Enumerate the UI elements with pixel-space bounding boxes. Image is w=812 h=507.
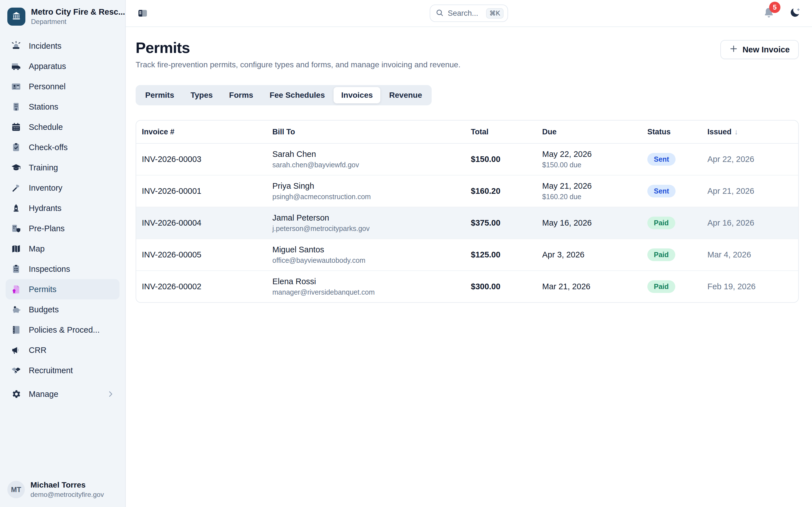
bill-to-name: Miguel Santos — [272, 245, 462, 255]
axe-icon — [11, 182, 21, 193]
bill-to-email: j.peterson@metrocityparks.gov — [272, 224, 462, 233]
permit-document-icon — [11, 284, 21, 295]
column-header-total[interactable]: Total — [465, 128, 537, 136]
search-input[interactable]: Search... ⌘K — [430, 4, 508, 22]
bill-to-name: Jamal Peterson — [272, 213, 462, 223]
search-shortcut-badge: ⌘K — [486, 8, 504, 18]
main-area: Search... ⌘K 5 Permits Track fire-preven… — [126, 0, 812, 507]
invoice-number: INV-2026-00002 — [136, 282, 267, 291]
page-header: Permits Track fire-prevention permits, c… — [136, 34, 799, 69]
table-row[interactable]: INV-2026-00001 Priya Singh psingh@acmeco… — [136, 175, 798, 207]
building-icon — [11, 101, 21, 112]
sidebar-item-label: Training — [29, 163, 58, 172]
sidebar-item-label: Policies & Proced... — [29, 325, 100, 335]
notifications-button[interactable]: 5 — [762, 6, 775, 20]
sidebar-item-budgets[interactable]: Budgets — [6, 299, 119, 320]
sidebar-item-training[interactable]: Training — [6, 158, 119, 178]
table-header: Invoice # Bill To Total Due Status Issue… — [136, 121, 798, 144]
column-header-bill-to[interactable]: Bill To — [267, 128, 465, 136]
id-card-icon — [11, 81, 21, 92]
new-invoice-button[interactable]: New Invoice — [720, 40, 799, 59]
issued-date: Apr 16, 2026 — [702, 218, 798, 228]
search-placeholder: Search... — [448, 9, 482, 18]
status-cell: Paid — [642, 217, 702, 229]
issued-date: Apr 21, 2026 — [702, 186, 798, 196]
due-date: May 22, 2026 — [542, 150, 639, 159]
avatar: MT — [7, 481, 25, 498]
column-header-status[interactable]: Status — [642, 128, 702, 136]
sidebar-item-check-offs[interactable]: Check-offs — [6, 137, 119, 158]
tab-invoices[interactable]: Invoices — [334, 87, 380, 103]
tab-permits[interactable]: Permits — [138, 87, 182, 103]
total-amount: $375.00 — [465, 218, 537, 228]
new-invoice-label: New Invoice — [742, 45, 790, 54]
sidebar-item-inspections[interactable]: Inspections — [6, 259, 119, 279]
invoice-number: INV-2026-00005 — [136, 250, 267, 260]
calendar-icon — [11, 122, 21, 132]
table-row[interactable]: INV-2026-00002 Elena Rossi manager@river… — [136, 271, 798, 302]
search-icon — [435, 8, 444, 18]
sidebar-item-crr[interactable]: CRR — [6, 340, 119, 360]
sidebar-item-permits[interactable]: Permits — [6, 279, 119, 299]
invoice-number: INV-2026-00004 — [136, 218, 267, 228]
brand[interactable]: Metro City Fire & Resc... Department — [6, 6, 119, 33]
due-amount: $150.00 due — [542, 161, 639, 169]
bill-to-cell: Priya Singh psingh@acmeconstruction.com — [267, 181, 465, 201]
sidebar-item-recruitment[interactable]: Recruitment — [6, 360, 119, 381]
department-logo — [7, 8, 26, 25]
bill-to-name: Elena Rossi — [272, 277, 462, 286]
sidebar-item-schedule[interactable]: Schedule — [6, 117, 119, 137]
due-date: May 16, 2026 — [542, 218, 639, 228]
table-row[interactable]: INV-2026-00005 Miguel Santos office@bayv… — [136, 239, 798, 271]
map-icon — [11, 243, 21, 254]
bill-to-cell: Elena Rossi manager@riversidebanquet.com — [267, 277, 465, 296]
chevron-right-icon — [107, 390, 114, 398]
tab-forms[interactable]: Forms — [221, 87, 261, 103]
user-email: demo@metrocityfire.gov — [31, 491, 104, 499]
sidebar-item-manage[interactable]: Manage — [6, 384, 119, 404]
plus-icon — [729, 45, 738, 55]
due-cell: May 21, 2026 $160.20 due — [537, 181, 642, 201]
status-badge: Paid — [647, 217, 675, 229]
user-profile[interactable]: MT Michael Torres demo@metrocityfire.gov — [0, 472, 125, 507]
sidebar-nav: Incidents Apparatus Personnel Stations S… — [6, 36, 119, 404]
sidebar-item-label: Inspections — [29, 265, 70, 274]
sidebar-item-inventory[interactable]: Inventory — [6, 178, 119, 198]
status-badge: Sent — [647, 153, 675, 166]
hydrant-icon — [11, 203, 21, 214]
sidebar-toggle-button[interactable] — [137, 8, 148, 19]
sidebar-item-label: Incidents — [29, 41, 61, 51]
sidebar-item-label: Inventory — [29, 183, 62, 193]
content: Permits Track fire-prevention permits, c… — [126, 27, 812, 303]
sidebar-item-stations[interactable]: Stations — [6, 97, 119, 117]
tab-types[interactable]: Types — [183, 87, 220, 103]
due-cell: May 22, 2026 $150.00 due — [537, 150, 642, 169]
column-header-due[interactable]: Due — [537, 128, 642, 136]
status-cell: Paid — [642, 248, 702, 261]
table-row[interactable]: INV-2026-00003 Sarah Chen sarah.chen@bay… — [136, 144, 798, 175]
tab-fee-schedules[interactable]: Fee Schedules — [262, 87, 333, 103]
bill-to-email: psingh@acmeconstruction.com — [272, 193, 462, 201]
sidebar-item-map[interactable]: Map — [6, 238, 119, 259]
sidebar-item-hydrants[interactable]: Hydrants — [6, 198, 119, 218]
invoice-number: INV-2026-00003 — [136, 155, 267, 164]
column-header-issued[interactable]: Issued ↓ — [702, 128, 798, 136]
tab-revenue[interactable]: Revenue — [382, 87, 430, 103]
sidebar-item-personnel[interactable]: Personnel — [6, 76, 119, 97]
sidebar-item-policies[interactable]: Policies & Proced... — [6, 320, 119, 340]
bill-to-cell: Sarah Chen sarah.chen@bayviewfd.gov — [267, 150, 465, 169]
app-window: Metro City Fire & Resc... Department Inc… — [0, 0, 812, 507]
book-icon — [11, 325, 21, 335]
page-subtitle: Track fire-prevention permits, configure… — [136, 60, 460, 69]
table-row[interactable]: INV-2026-00004 Jamal Peterson j.peterson… — [136, 207, 798, 239]
dark-mode-toggle[interactable] — [789, 7, 801, 20]
sidebar-item-apparatus[interactable]: Apparatus — [6, 56, 119, 76]
due-cell: Mar 21, 2026 — [537, 282, 642, 291]
sidebar-item-label: Recruitment — [29, 366, 73, 375]
status-badge: Sent — [647, 185, 675, 198]
column-header-invoice[interactable]: Invoice # — [136, 128, 267, 136]
topbar: Search... ⌘K 5 — [126, 0, 812, 27]
megaphone-icon — [11, 345, 21, 355]
sidebar-item-incidents[interactable]: Incidents — [6, 36, 119, 56]
sidebar-item-pre-plans[interactable]: Pre-Plans — [6, 218, 119, 238]
